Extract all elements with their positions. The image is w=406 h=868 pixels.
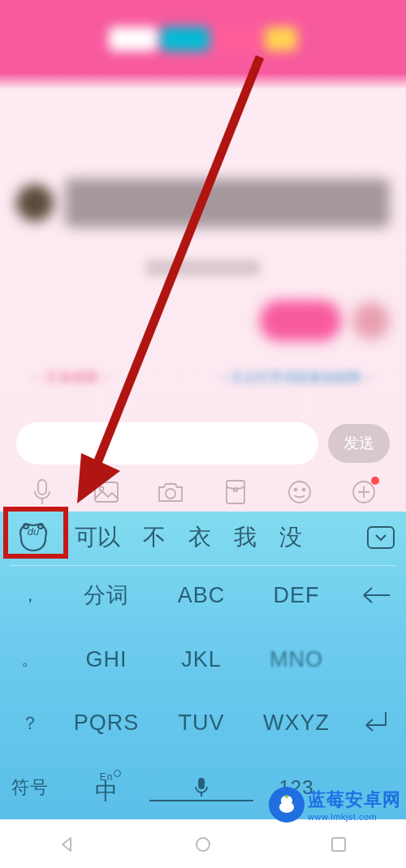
nav-recent-icon[interactable] [328,834,349,855]
timestamp-blur [146,260,260,276]
key-tuv[interactable]: TUV [153,692,250,756]
key-mno[interactable]: MNO [250,628,343,692]
language-key[interactable]: En 中 [60,755,153,819]
watermark-text: 蓝莓安卓网 [308,788,401,812]
key-wxyz[interactable]: WXYZ [250,692,343,756]
svg-point-8 [303,489,305,491]
system-navbar [0,819,406,868]
redpacket-icon[interactable] [222,478,249,506]
svg-point-3 [166,489,175,499]
candidate-list: 可以 不 衣 我 没 [63,522,359,553]
mic-icon [193,776,209,799]
punct-key-question[interactable]: ？ [0,692,60,756]
candidate-divider [10,565,396,566]
image-icon[interactable] [93,478,120,506]
input-row: 发送 [16,422,390,464]
svg-point-6 [289,482,310,503]
chat-header-blur [0,15,406,63]
message-bubble [260,300,341,341]
message-input[interactable] [16,422,318,464]
ime-logo-button[interactable]: du [3,512,63,564]
candidate-word[interactable]: 没 [268,522,313,553]
system-tip: ⋯又有权限⋯ ⋯又云打开消息推送权限⋯ [32,369,374,387]
tip-text-left: ⋯又有权限⋯ [32,369,110,387]
svg-rect-12 [198,778,205,789]
lang-main: 中 [95,780,119,803]
chevron-down-icon [367,526,395,549]
key-ghi[interactable]: GHI [60,628,153,692]
candidate-expand-button[interactable] [359,520,403,555]
space-key[interactable] [153,755,250,819]
svg-point-16 [197,838,209,851]
candidate-word[interactable]: 可以 [63,522,132,553]
svg-point-2 [99,487,103,491]
key-grid: ， 分词 ABC DEF 。 GHI JKL MNO ？ PQRS TUV WX… [0,564,406,819]
key-fenci[interactable]: 分词 [60,564,153,628]
send-label: 发送 [343,433,374,454]
send-button[interactable]: 发送 [328,424,390,463]
avatar [352,302,390,339]
voice-icon[interactable] [28,478,56,506]
add-icon[interactable] [350,478,378,506]
key-jkl[interactable]: JKL [153,628,250,692]
incoming-message [16,179,390,227]
svg-rect-13 [201,792,202,797]
svg-rect-17 [332,838,345,851]
notification-dot [371,477,379,485]
symbol-key[interactable]: 符号 [0,755,60,819]
chat-toolbar [0,471,406,513]
svg-point-5 [233,488,236,491]
svg-rect-0 [38,480,46,494]
candidate-row: du 可以 不 衣 我 没 [0,512,406,564]
punct-key-period[interactable]: 。 [0,628,60,692]
key-pqrs[interactable]: PQRS [60,692,153,756]
outgoing-message [16,300,390,341]
watermark-url: www.lmkjst.com [308,812,401,822]
emoji-icon[interactable] [286,478,313,506]
svg-point-18 [285,795,288,798]
message-bubble [65,179,390,227]
key-def[interactable]: DEF [250,564,343,628]
ime-logo-text: du [28,525,39,538]
candidate-word[interactable]: 我 [222,522,268,553]
watermark-logo-icon [269,787,304,823]
svg-point-7 [295,489,297,491]
candidate-word[interactable]: 不 [132,522,177,553]
lang-sup: En [100,772,114,782]
punct-key-comma[interactable]: ， [0,564,60,628]
nav-back-icon[interactable] [57,834,78,855]
watermark: 蓝莓安卓网 www.lmkjst.com [269,787,401,823]
nav-home-icon[interactable] [192,834,214,855]
camera-icon[interactable] [157,478,184,506]
avatar [16,184,54,222]
backspace-key[interactable] [343,564,406,628]
key-abc[interactable]: ABC [153,564,250,628]
candidate-word[interactable]: 衣 [177,522,222,553]
tip-text-link: ⋯又云打开消息推送权限⋯ [218,369,374,387]
keyboard: du 可以 不 衣 我 没 ， 分词 ABC DEF 。 GHI JKL MNO [0,512,406,819]
svg-rect-1 [95,482,118,502]
